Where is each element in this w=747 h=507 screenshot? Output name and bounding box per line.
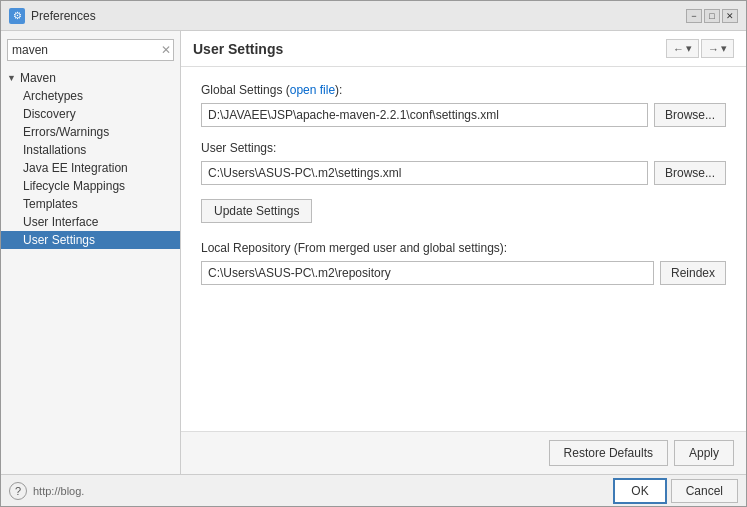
sidebar-item-maven[interactable]: ▼ Maven bbox=[1, 69, 180, 87]
sidebar-item-label: Java EE Integration bbox=[23, 161, 128, 175]
minimize-button[interactable]: − bbox=[686, 9, 702, 23]
nav-arrows: ← ▾ → ▾ bbox=[666, 39, 734, 58]
sidebar-item-user-settings[interactable]: User Settings bbox=[1, 231, 180, 249]
forward-icon: → bbox=[708, 43, 719, 55]
main-panel: User Settings ← ▾ → ▾ Global Settings (o… bbox=[181, 31, 746, 474]
open-file-link[interactable]: open file bbox=[290, 83, 335, 97]
panel-footer: Restore Defaults Apply bbox=[181, 431, 746, 474]
title-bar-left: ⚙ Preferences bbox=[9, 8, 96, 24]
bottom-bar: ? http://blog. OK Cancel bbox=[1, 474, 746, 506]
reindex-button[interactable]: Reindex bbox=[660, 261, 726, 285]
content-area: ✕ ▼ Maven Archetypes Discovery Errors/Wa… bbox=[1, 31, 746, 474]
sidebar-item-label: Lifecycle Mappings bbox=[23, 179, 125, 193]
back-dropdown-icon: ▾ bbox=[686, 42, 692, 55]
user-settings-row: Browse... bbox=[201, 161, 726, 185]
sidebar-item-label: Maven bbox=[20, 71, 56, 85]
ok-button[interactable]: OK bbox=[613, 478, 666, 504]
global-settings-label: Global Settings (open file): bbox=[201, 83, 726, 97]
global-settings-browse-button[interactable]: Browse... bbox=[654, 103, 726, 127]
user-settings-input[interactable] bbox=[201, 161, 648, 185]
search-input[interactable] bbox=[7, 39, 174, 61]
forward-dropdown-icon: ▾ bbox=[721, 42, 727, 55]
back-icon: ← bbox=[673, 43, 684, 55]
close-button[interactable]: ✕ bbox=[722, 9, 738, 23]
back-button[interactable]: ← ▾ bbox=[666, 39, 699, 58]
panel-content: Global Settings (open file): Browse... U… bbox=[181, 67, 746, 431]
sidebar-item-label: Installations bbox=[23, 143, 86, 157]
title-bar: ⚙ Preferences − □ ✕ bbox=[1, 1, 746, 31]
local-repo-label: Local Repository (From merged user and g… bbox=[201, 241, 726, 255]
expand-icon: ▼ bbox=[7, 73, 16, 83]
preferences-window: ⚙ Preferences − □ ✕ ✕ ▼ Maven Archetypes bbox=[0, 0, 747, 507]
search-box: ✕ bbox=[7, 39, 174, 61]
search-clear-icon[interactable]: ✕ bbox=[161, 43, 171, 57]
bottom-left: ? http://blog. bbox=[9, 482, 84, 500]
sidebar-item-lifecycle[interactable]: Lifecycle Mappings bbox=[1, 177, 180, 195]
global-settings-input[interactable] bbox=[201, 103, 648, 127]
sidebar-item-discovery[interactable]: Discovery bbox=[1, 105, 180, 123]
local-repo-input[interactable] bbox=[201, 261, 654, 285]
cancel-button[interactable]: Cancel bbox=[671, 479, 738, 503]
sidebar-item-user-interface[interactable]: User Interface bbox=[1, 213, 180, 231]
local-repo-row: Reindex bbox=[201, 261, 726, 285]
global-settings-row: Browse... bbox=[201, 103, 726, 127]
title-controls: − □ ✕ bbox=[686, 9, 738, 23]
bottom-right: OK Cancel bbox=[613, 478, 738, 504]
panel-header: User Settings ← ▾ → ▾ bbox=[181, 31, 746, 67]
sidebar-item-errors-warnings[interactable]: Errors/Warnings bbox=[1, 123, 180, 141]
sidebar-item-archetypes[interactable]: Archetypes bbox=[1, 87, 180, 105]
user-settings-label: User Settings: bbox=[201, 141, 726, 155]
sidebar-item-label: Discovery bbox=[23, 107, 76, 121]
sidebar: ✕ ▼ Maven Archetypes Discovery Errors/Wa… bbox=[1, 31, 181, 474]
sidebar-item-label: Errors/Warnings bbox=[23, 125, 109, 139]
sidebar-item-java-ee[interactable]: Java EE Integration bbox=[1, 159, 180, 177]
sidebar-item-label: User Settings bbox=[23, 233, 95, 247]
status-text: http://blog. bbox=[33, 485, 84, 497]
sidebar-item-label: Archetypes bbox=[23, 89, 83, 103]
sidebar-item-label: User Interface bbox=[23, 215, 98, 229]
maximize-button[interactable]: □ bbox=[704, 9, 720, 23]
app-icon: ⚙ bbox=[9, 8, 25, 24]
user-settings-browse-button[interactable]: Browse... bbox=[654, 161, 726, 185]
restore-defaults-button[interactable]: Restore Defaults bbox=[549, 440, 668, 466]
help-icon[interactable]: ? bbox=[9, 482, 27, 500]
panel-title: User Settings bbox=[193, 41, 283, 57]
sidebar-item-installations[interactable]: Installations bbox=[1, 141, 180, 159]
update-settings-button[interactable]: Update Settings bbox=[201, 199, 312, 223]
apply-button[interactable]: Apply bbox=[674, 440, 734, 466]
sidebar-item-label: Templates bbox=[23, 197, 78, 211]
forward-button[interactable]: → ▾ bbox=[701, 39, 734, 58]
sidebar-item-templates[interactable]: Templates bbox=[1, 195, 180, 213]
window-title: Preferences bbox=[31, 9, 96, 23]
